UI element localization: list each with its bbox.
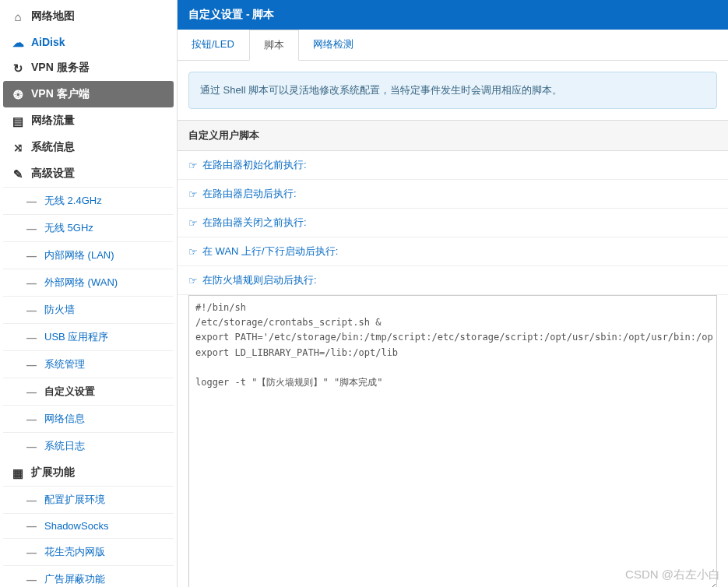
dash-icon: — (26, 332, 37, 343)
dash-icon: — (26, 413, 37, 425)
sidebar-item-traffic[interactable]: ▤ 网络流量 (3, 107, 174, 134)
sub-item-label: 花生壳内网版 (44, 545, 105, 559)
sidebar-item-extensions[interactable]: ▦ 扩展功能 (3, 459, 174, 486)
tab-network-test[interactable]: 网络检测 (299, 30, 368, 60)
sub-network-info[interactable]: —网络信息 (3, 405, 174, 432)
sub-item-label: 网络信息 (44, 412, 85, 426)
tab-bar: 按钮/LED 脚本 网络检测 (178, 30, 728, 61)
dash-icon: — (26, 223, 37, 234)
hand-right-icon: ☞ (188, 275, 198, 286)
dash-icon: — (26, 441, 37, 452)
page-title: 自定义设置 - 脚本 (178, 0, 728, 30)
loop-icon: ↻ (11, 62, 25, 74)
sub-item-label: 广告屏蔽功能 (44, 572, 105, 586)
sub-syslog[interactable]: —系统日志 (3, 432, 174, 459)
sidebar-item-label: 网络地图 (31, 9, 75, 23)
sub-shadowsocks[interactable]: —ShadowSocks (3, 513, 174, 538)
sub-item-label: 自定义设置 (44, 385, 95, 399)
sub-item-label: 防火墙 (44, 303, 75, 317)
sub-wan[interactable]: —外部网络 (WAN) (3, 269, 174, 296)
advanced-submenu: —无线 2.4GHz —无线 5GHz —内部网络 (LAN) —外部网络 (W… (3, 187, 174, 459)
dash-icon: — (26, 250, 37, 262)
sub-item-label: 系统日志 (44, 439, 85, 453)
info-alert: 通过 Shell 脚本可以灵活地修改系统配置，当特定事件发生时会调用相应的脚本。 (188, 72, 717, 109)
list-icon: ▤ (11, 115, 25, 127)
sidebar-item-label: VPN 客户端 (31, 87, 90, 101)
extensions-submenu: —配置扩展环境 —ShadowSocks —花生壳内网版 —广告屏蔽功能 —搭建… (3, 486, 174, 587)
sub-item-label: 内部网络 (LAN) (44, 248, 114, 262)
dash-icon: — (26, 359, 37, 371)
tab-button-led[interactable]: 按钮/LED (178, 30, 249, 60)
script-row-start[interactable]: ☞ 在路由器启动后执行: (178, 180, 728, 209)
sub-ext-config[interactable]: —配置扩展环境 (3, 486, 174, 513)
script-row-label: 在 WAN 上行/下行启动后执行: (202, 244, 338, 258)
section-title: 自定义用户脚本 (178, 120, 728, 151)
sidebar-item-label: 网络流量 (31, 114, 75, 128)
sidebar-item-label: AiDisk (31, 36, 65, 48)
script-row-label: 在路由器关闭之前执行: (202, 216, 307, 230)
script-row-firewall[interactable]: ☞ 在防火墙规则启动后执行: (178, 266, 728, 295)
dash-icon: — (26, 195, 37, 207)
sub-item-label: USB 应用程序 (44, 330, 108, 344)
sub-custom-settings[interactable]: —自定义设置 (3, 378, 174, 405)
dash-icon: — (26, 547, 37, 558)
sub-usb[interactable]: —USB 应用程序 (3, 323, 174, 350)
wrench-icon: ✎ (11, 168, 25, 180)
script-row-wan[interactable]: ☞ 在 WAN 上行/下行启动后执行: (178, 237, 728, 266)
hand-right-icon: ☞ (188, 160, 198, 171)
sidebar-item-label: 高级设置 (31, 167, 75, 181)
globe-icon: ❂ (11, 89, 25, 100)
sidebar-item-aidisk[interactable]: ☁ AiDisk (3, 30, 174, 54)
sidebar-item-system-info[interactable]: ⤭ 系统信息 (3, 134, 174, 160)
sub-sysadmin[interactable]: —系统管理 (3, 350, 174, 378)
main-content: 自定义设置 - 脚本 按钮/LED 脚本 网络检测 通过 Shell 脚本可以灵… (178, 0, 728, 587)
sidebar-item-vpn-client[interactable]: ❂ VPN 客户端 (3, 81, 174, 107)
script-row-label: 在防火墙规则启动后执行: (202, 273, 317, 287)
sub-item-label: ShadowSocks (44, 520, 108, 532)
script-row-init[interactable]: ☞ 在路由器初始化前执行: (178, 151, 728, 180)
sub-item-label: 外部网络 (WAN) (44, 276, 118, 290)
sub-item-label: 无线 2.4GHz (44, 194, 102, 208)
dash-icon: — (26, 277, 37, 289)
hand-right-icon: ☞ (188, 246, 198, 258)
script-row-shutdown[interactable]: ☞ 在路由器关闭之前执行: (178, 209, 728, 237)
sub-item-label: 无线 5GHz (44, 221, 93, 235)
dash-icon: — (26, 304, 37, 316)
sidebar-item-advanced[interactable]: ✎ 高级设置 (3, 160, 174, 187)
sub-item-label: 配置扩展环境 (44, 493, 105, 507)
tab-script[interactable]: 脚本 (249, 30, 299, 61)
dash-icon: — (26, 494, 37, 506)
script-editor[interactable] (188, 295, 717, 587)
hand-right-icon: ☞ (188, 217, 198, 229)
sub-oray[interactable]: —花生壳内网版 (3, 538, 174, 565)
script-row-label: 在路由器启动后执行: (202, 187, 297, 201)
hand-right-icon: ☞ (188, 188, 198, 200)
shuffle-icon: ⤭ (11, 142, 25, 153)
dash-icon: — (26, 520, 37, 532)
grid-icon: ▦ (11, 467, 25, 479)
cloud-icon: ☁ (11, 37, 25, 48)
dash-icon: — (26, 574, 37, 585)
home-icon: ⌂ (11, 11, 25, 23)
sidebar-item-label: 扩展功能 (31, 466, 75, 480)
sub-firewall[interactable]: —防火墙 (3, 296, 174, 323)
script-row-label: 在路由器初始化前执行: (202, 158, 307, 172)
sidebar-item-label: 系统信息 (31, 140, 75, 154)
sub-wireless-5[interactable]: —无线 5GHz (3, 214, 174, 241)
sub-wireless-24[interactable]: —无线 2.4GHz (3, 187, 174, 214)
sidebar-item-network-map[interactable]: ⌂ 网络地图 (3, 3, 174, 30)
sub-lan[interactable]: —内部网络 (LAN) (3, 241, 174, 269)
sub-item-label: 系统管理 (44, 357, 85, 371)
sidebar: ⌂ 网络地图 ☁ AiDisk ↻ VPN 服务器 ❂ VPN 客户端 ▤ 网络… (0, 0, 178, 587)
sub-adblock[interactable]: —广告屏蔽功能 (3, 565, 174, 587)
sidebar-item-label: VPN 服务器 (31, 61, 90, 75)
dash-icon: — (26, 386, 37, 398)
sidebar-item-vpn-server[interactable]: ↻ VPN 服务器 (3, 54, 174, 81)
